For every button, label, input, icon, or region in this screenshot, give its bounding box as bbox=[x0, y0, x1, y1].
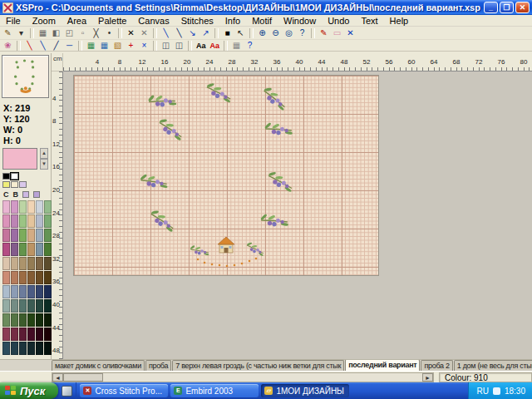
backstitch-thin-button[interactable]: ╲ bbox=[160, 27, 172, 38]
scrollbar-thumb[interactable] bbox=[63, 373, 103, 382]
full-stitch-button[interactable]: ▦ bbox=[37, 27, 49, 38]
palette-swatch[interactable] bbox=[19, 229, 27, 242]
header-swatch[interactable] bbox=[33, 191, 40, 198]
menu-text[interactable]: Text bbox=[355, 15, 383, 27]
palette-swatch[interactable] bbox=[27, 214, 35, 228]
french-knot-button[interactable]: • bbox=[103, 27, 116, 38]
taskbar-task[interactable]: ✕Cross Stitch Pro... bbox=[80, 384, 168, 397]
palette-swatch[interactable] bbox=[27, 328, 35, 341]
palette-swatch[interactable] bbox=[19, 271, 27, 284]
palette-swatch[interactable] bbox=[11, 271, 18, 284]
palette-swatch[interactable] bbox=[19, 285, 27, 298]
palette-swatch[interactable] bbox=[2, 299, 10, 313]
palette-swatch[interactable] bbox=[44, 342, 52, 355]
palette-swatch[interactable] bbox=[27, 285, 35, 298]
palette-swatch[interactable] bbox=[2, 328, 10, 341]
straight-line-button[interactable]: ─ bbox=[63, 40, 76, 51]
motif-flower-button[interactable]: ❀ bbox=[2, 40, 14, 51]
petite-stitch-button[interactable]: ▫ bbox=[76, 27, 89, 38]
palette-swatch[interactable] bbox=[36, 328, 43, 341]
palette-swatch[interactable] bbox=[27, 299, 35, 313]
palette-swatch[interactable] bbox=[36, 214, 43, 228]
palette-swatch[interactable] bbox=[2, 313, 10, 327]
palette-swatch[interactable] bbox=[36, 257, 43, 270]
palette-swatch[interactable] bbox=[2, 200, 10, 214]
palette-swatch[interactable] bbox=[11, 299, 18, 313]
red-pencil-button[interactable]: ✎ bbox=[318, 27, 330, 38]
menu-undo[interactable]: Undo bbox=[322, 15, 355, 27]
menu-file[interactable]: File bbox=[0, 15, 27, 27]
text-colour-button[interactable]: Aa bbox=[209, 40, 222, 51]
quick-swatch[interactable] bbox=[2, 181, 10, 188]
quick-swatch[interactable] bbox=[2, 173, 10, 180]
palette-swatch[interactable] bbox=[11, 229, 18, 242]
palette-swatch[interactable] bbox=[11, 214, 18, 228]
menu-stitches[interactable]: Stitches bbox=[175, 15, 219, 27]
menu-zoom[interactable]: Zoom bbox=[27, 15, 62, 27]
half-stitch-button[interactable]: ◧ bbox=[50, 27, 62, 38]
palette-swatch[interactable] bbox=[44, 243, 52, 256]
text-tool-button[interactable]: Aa bbox=[195, 40, 208, 51]
palette-swatch[interactable] bbox=[36, 299, 43, 313]
remove-colour-button[interactable]: × bbox=[138, 40, 150, 51]
motif-copy-button[interactable]: ◫ bbox=[160, 40, 172, 51]
fill-tool-button[interactable]: ■ bbox=[221, 27, 234, 38]
palette-swatch[interactable] bbox=[44, 200, 52, 214]
palette-swatch[interactable] bbox=[44, 229, 52, 242]
palette-swatch[interactable] bbox=[2, 342, 10, 355]
palette-swatch[interactable] bbox=[27, 200, 35, 214]
design-tab[interactable]: 1 дом (не весь для стыковки) bbox=[454, 360, 532, 371]
palette-swatch[interactable] bbox=[19, 342, 27, 355]
palette-swatch[interactable] bbox=[19, 328, 27, 341]
palette-swatch[interactable] bbox=[27, 342, 35, 355]
pencil-dropdown-button[interactable]: ▾ bbox=[15, 27, 27, 38]
taskbar-task[interactable]: ▱1МОИ ДИЗАЙНЫ bbox=[261, 384, 349, 397]
menu-info[interactable]: Info bbox=[219, 15, 246, 27]
design-tab[interactable]: макет домик с оливочками bbox=[52, 360, 145, 371]
start-button[interactable]: Пуск bbox=[0, 382, 58, 399]
palette-swatch[interactable] bbox=[36, 229, 43, 242]
menu-canvas[interactable]: Canvas bbox=[132, 15, 175, 27]
menu-help[interactable]: Help bbox=[384, 15, 415, 27]
palette-swatch[interactable] bbox=[19, 200, 27, 214]
palette-swatch[interactable] bbox=[2, 285, 10, 298]
palette-swatch[interactable] bbox=[2, 257, 10, 270]
palette-swatch[interactable] bbox=[44, 328, 52, 341]
palette-swatch[interactable] bbox=[44, 313, 52, 327]
grid-toggle-button[interactable]: ▦ bbox=[230, 40, 243, 51]
cross-stitch-button[interactable]: ╳ bbox=[90, 27, 102, 38]
add-colour-button[interactable]: + bbox=[125, 40, 137, 51]
highlight-button[interactable]: ▧ bbox=[111, 40, 124, 51]
scroll-up-icon[interactable]: ▲ bbox=[40, 148, 48, 159]
palette-swatch[interactable] bbox=[44, 257, 52, 270]
pencil-tool-button[interactable]: ✎ bbox=[2, 27, 14, 38]
quick-swatch[interactable] bbox=[11, 173, 18, 180]
palette-swatch[interactable] bbox=[36, 342, 43, 355]
selected-colour-swatch[interactable] bbox=[2, 148, 37, 170]
backstitch-red-button[interactable]: ╲ bbox=[23, 40, 36, 51]
quick-swatch[interactable] bbox=[11, 181, 18, 188]
zoom-out-button[interactable]: ⊖ bbox=[269, 27, 282, 38]
eraser-button[interactable]: ▭ bbox=[331, 27, 343, 38]
palette-swatch[interactable] bbox=[36, 271, 43, 284]
maximize-button[interactable]: ❐ bbox=[500, 2, 514, 13]
palette-swatch[interactable] bbox=[19, 299, 27, 313]
palette-swatch[interactable] bbox=[19, 243, 27, 256]
scroll-right-icon[interactable]: ► bbox=[422, 373, 433, 382]
colour-scrollbar[interactable]: ▲ ▼ bbox=[40, 148, 48, 170]
quick-swatch[interactable] bbox=[19, 181, 27, 188]
palette-swatch[interactable] bbox=[44, 299, 52, 313]
palette-swatch[interactable] bbox=[2, 229, 10, 242]
palette-swatch[interactable] bbox=[2, 243, 10, 256]
palette-swatch[interactable] bbox=[11, 257, 18, 270]
select-tool-button[interactable]: ↖ bbox=[234, 27, 247, 38]
minimize-button[interactable]: _ bbox=[484, 2, 498, 13]
palette-blue-button[interactable]: ▦ bbox=[98, 40, 111, 51]
menu-window[interactable]: Window bbox=[278, 15, 322, 27]
palette-swatch[interactable] bbox=[19, 257, 27, 270]
palette-swatch[interactable] bbox=[36, 313, 43, 327]
motif-paste-button[interactable]: ◫ bbox=[173, 40, 185, 51]
design-tab[interactable]: проба bbox=[145, 360, 171, 371]
palette-green-button[interactable]: ▦ bbox=[85, 40, 97, 51]
delete-backstitch-button[interactable]: ✕ bbox=[344, 27, 357, 38]
